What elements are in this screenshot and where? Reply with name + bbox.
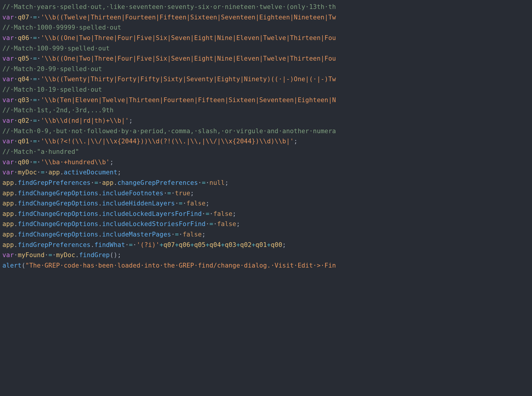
code-token: q04 (210, 241, 221, 248)
code-token: q06 (18, 34, 29, 42)
code-token: · (37, 138, 41, 145)
code-token: . (98, 210, 102, 217)
code-line[interactable]: var·q02·=·'\\b\\d(nd|rd|th)+\\b|'; (2, 116, 530, 126)
code-line[interactable]: app.findChangeGrepOptions.includeLockedL… (2, 209, 530, 219)
code-token: var (2, 55, 14, 62)
code-token: = (33, 138, 37, 145)
code-token: = (129, 241, 133, 248)
code-token: · (202, 210, 206, 217)
code-token: + (236, 241, 240, 248)
code-token: findGrepPreferences (18, 241, 90, 248)
code-line[interactable]: var·q07·=·'\\b((Twelve|Thirteen|Fourteen… (2, 12, 530, 23)
code-token: + (252, 241, 256, 248)
code-token: activeDocument (64, 169, 118, 176)
code-editor[interactable]: //·Match·years·spelled·out,·like·sevente… (0, 0, 532, 273)
code-line[interactable]: //·Match·1st,·2nd,·3rd,...9th (2, 105, 530, 116)
code-line[interactable]: //·Match·"a·hundred" (2, 147, 530, 157)
code-line[interactable]: var·q01·=·'\\b(?<!(\\.|\\/|\\x{2044}))\\… (2, 136, 530, 147)
code-token: ; (236, 220, 240, 228)
code-token: . (14, 190, 18, 197)
code-token: = (210, 220, 213, 228)
code-line[interactable]: //·Match·1000-99999·spelled·out (2, 22, 530, 33)
code-token: app (2, 210, 14, 217)
code-token: q02 (240, 241, 252, 248)
code-token: + (267, 241, 271, 248)
code-line[interactable]: app.findChangeGrepOptions.includeMasterP… (2, 229, 530, 240)
code-token: q06 (179, 241, 190, 248)
code-token: . (60, 169, 64, 176)
code-token: q00 (18, 159, 29, 166)
code-token: · (125, 241, 129, 248)
code-token: = (206, 210, 210, 217)
code-token: · (14, 117, 18, 124)
code-line[interactable]: //·Match·100-999·spelled·out (2, 43, 530, 54)
code-token: . (98, 200, 102, 207)
code-token: = (94, 179, 98, 186)
code-token: '\\b((Twenty|Thirty|Forty|Fifty|Sixty|Se… (41, 76, 336, 83)
code-line[interactable]: app.findChangeGrepOptions.includeLockedS… (2, 219, 530, 229)
code-token: '\\b((Twelve|Thirteen|Fourteen|Fifteen|S… (41, 14, 336, 21)
code-token: '\\b(Ten|Eleven|Twelve|Thirteen|Fourteen… (41, 96, 336, 104)
code-token: . (14, 200, 18, 207)
code-token: q05 (18, 55, 29, 62)
code-token: q01 (18, 138, 29, 145)
code-token: findChangeGrepOptions (18, 190, 98, 197)
code-token: · (37, 34, 41, 42)
code-token: . (14, 179, 18, 186)
code-token: '\\b((One|Two|Three|Four|Five|Six|Seven|… (41, 34, 336, 42)
code-token: myDoc (18, 169, 37, 176)
code-line[interactable]: app.findGrepPreferences·=·app.changeGrep… (2, 178, 530, 188)
code-token: q03 (18, 96, 29, 104)
code-token: · (37, 55, 41, 62)
code-line[interactable]: //·Match·0-9,·but·not·followed·by·a·peri… (2, 126, 530, 136)
code-token: (); (110, 251, 122, 259)
code-line[interactable]: //·Match·20-99·spelled·out (2, 64, 530, 74)
code-token: //·Match·10-19·spelled·out (2, 86, 102, 93)
code-line[interactable]: //·Match·years·spelled·out,·like·sevente… (2, 2, 530, 12)
code-token: true (175, 190, 190, 197)
code-line[interactable]: app.findGrepPreferences.findWhat·=·'(?i)… (2, 240, 530, 250)
code-token: · (210, 210, 213, 217)
code-line[interactable]: var·q05·=·'\\b((One|Two|Three|Four|Five|… (2, 53, 530, 64)
code-token: //·Match·1st,·2nd,·3rd,...9th (2, 107, 113, 114)
code-line[interactable]: var·q00·=·'\\ba·+hundred\\b'; (2, 157, 530, 168)
code-token: ( (21, 262, 25, 269)
code-token: findGrepPreferences (18, 179, 90, 186)
code-token: findChangeGrepOptions (18, 210, 98, 217)
code-token: · (213, 220, 217, 228)
code-line[interactable]: //·Match·10-19·spelled·out (2, 85, 530, 95)
code-token: + (190, 241, 194, 248)
code-token: includeLockedStoriesForFind (102, 220, 206, 228)
code-token: · (37, 96, 41, 104)
code-token: · (14, 96, 18, 104)
code-token: · (29, 14, 33, 21)
code-line[interactable]: var·q06·=·'\\b((One|Two|Three|Four|Five|… (2, 33, 530, 43)
code-token: · (14, 251, 18, 259)
code-token: app (2, 220, 14, 228)
code-token: . (98, 220, 102, 228)
code-token: = (33, 34, 37, 42)
code-token: //·Match·100-999·spelled·out (2, 45, 110, 52)
code-token: var (2, 76, 14, 83)
code-token: var (2, 169, 14, 176)
code-token: q01 (256, 241, 267, 248)
code-token: includeLockedLayersForFind (102, 210, 202, 217)
code-token: ; (294, 138, 298, 145)
code-token: = (33, 14, 37, 21)
code-line[interactable]: var·myDoc·=·app.activeDocument; (2, 167, 530, 178)
code-line[interactable]: app.findChangeGrepOptions.includeHiddenL… (2, 198, 530, 209)
code-token: + (221, 241, 225, 248)
code-line[interactable]: var·q04·=·'\\b((Twenty|Thirty|Forty|Fift… (2, 74, 530, 85)
code-line[interactable]: var·q03·=·'\\b(Ten|Eleven|Twelve|Thirtee… (2, 95, 530, 105)
code-token: · (14, 76, 18, 83)
code-token: · (37, 76, 41, 83)
code-line[interactable]: app.findChangeGrepOptions.includeFootnot… (2, 188, 530, 199)
code-token: null (210, 179, 225, 186)
code-token: · (37, 159, 41, 166)
code-line[interactable]: var·myFound·=·myDoc.findGrep(); (2, 250, 530, 260)
code-token: · (183, 200, 187, 207)
code-token: . (14, 231, 18, 238)
code-token: q07 (18, 14, 29, 21)
code-line[interactable]: alert("The·GREP·code·has·been·loaded·int… (2, 260, 530, 271)
code-token: · (37, 14, 41, 21)
